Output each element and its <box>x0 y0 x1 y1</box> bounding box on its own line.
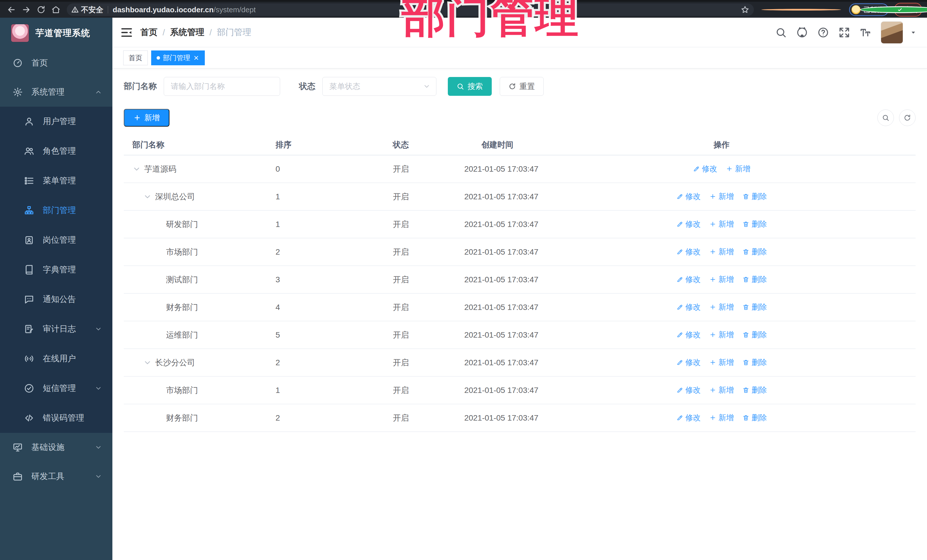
sidebar-item-部门管理[interactable]: 部门管理 <box>0 196 112 225</box>
refresh-button[interactable] <box>899 109 916 126</box>
row-action-edit[interactable]: 修改 <box>676 357 701 367</box>
hide-search-button[interactable] <box>877 109 894 126</box>
forward-icon[interactable] <box>20 3 32 16</box>
row-action-delete[interactable]: 删除 <box>742 302 767 312</box>
row-action-edit[interactable]: 修改 <box>676 247 701 257</box>
row-action-delete[interactable]: 删除 <box>742 219 767 229</box>
close-icon[interactable] <box>193 55 199 61</box>
sort-cell: 5 <box>258 321 377 349</box>
app-title: 芋道管理系统 <box>35 27 90 39</box>
fullscreen-icon[interactable] <box>839 27 850 38</box>
sidebar-item-审计日志[interactable]: 审计日志 <box>0 314 112 344</box>
sidebar-item-角色管理[interactable]: 角色管理 <box>0 136 112 166</box>
extension-orange-icon[interactable] <box>761 9 841 11</box>
expand-caret-icon[interactable] <box>143 358 152 367</box>
home-icon[interactable] <box>50 3 62 16</box>
reload-icon[interactable] <box>35 3 47 16</box>
sidebar-item-用户管理[interactable]: 用户管理 <box>0 107 112 136</box>
expand-caret-icon[interactable] <box>143 193 152 201</box>
row-action-add[interactable]: 新增 <box>710 247 734 257</box>
chevron-down-icon[interactable] <box>910 29 917 36</box>
chevron-up-icon <box>95 88 102 96</box>
back-icon[interactable] <box>5 3 18 16</box>
sort-cell: 1 <box>258 183 377 211</box>
extension-gem-icon[interactable] <box>846 5 855 14</box>
logo-image <box>11 24 29 42</box>
tag-部门管理[interactable]: 部门管理 <box>151 50 205 65</box>
fontsize-icon[interactable] <box>860 27 871 38</box>
sidebar-toggle-icon[interactable] <box>120 26 133 39</box>
sidebar-item-基础设施[interactable]: 基础设施 <box>0 433 112 462</box>
status-cell: 开启 <box>377 266 464 293</box>
spacer-cell <box>789 349 916 376</box>
breadcrumb-current: 部门管理 <box>217 27 251 38</box>
row-action-delete[interactable]: 删除 <box>742 413 767 423</box>
search-icon[interactable] <box>775 27 787 38</box>
status-select[interactable]: 菜单状态 <box>322 77 436 96</box>
sidebar-item-字典管理[interactable]: 字典管理 <box>0 255 112 285</box>
address-bar[interactable]: 不安全 dashboard.yudao.iocoder.cn/system/de… <box>67 3 754 16</box>
sidebar-item-通知公告[interactable]: 通知公告 <box>0 285 112 314</box>
col-header-sort: 排序 <box>258 135 377 155</box>
row-action-add[interactable]: 新增 <box>710 302 734 312</box>
bookmark-star-icon[interactable] <box>741 5 749 14</box>
app-logo[interactable]: 芋道管理系统 <box>0 18 112 49</box>
col-header-status: 状态 <box>377 135 464 155</box>
row-action-add[interactable]: 新增 <box>710 385 734 395</box>
active-dot <box>157 56 160 59</box>
expand-caret-icon[interactable] <box>132 165 141 173</box>
row-action-add[interactable]: 新增 <box>710 413 734 423</box>
row-action-add[interactable]: 新增 <box>726 164 751 174</box>
search-button[interactable]: 搜索 <box>448 77 492 96</box>
online-icon <box>24 354 34 364</box>
row-action-delete[interactable]: 删除 <box>742 274 767 285</box>
tags-view: 首页 部门管理 <box>112 47 927 68</box>
sidebar-item-首页[interactable]: 首页 <box>0 49 112 77</box>
spacer-cell <box>789 238 916 266</box>
row-action-edit[interactable]: 修改 <box>676 385 701 395</box>
row-action-add[interactable]: 新增 <box>710 191 734 202</box>
sidebar-item-短信管理[interactable]: 短信管理 <box>0 373 112 403</box>
row-action-edit[interactable]: 修改 <box>676 329 701 340</box>
security-warning[interactable]: 不安全 <box>71 5 103 15</box>
row-action-delete[interactable]: 删除 <box>742 357 767 367</box>
row-action-delete[interactable]: 删除 <box>742 191 767 202</box>
table-tools <box>877 109 916 126</box>
sidebar-item-系统管理[interactable]: 系统管理 <box>0 77 112 107</box>
row-action-add[interactable]: 新增 <box>710 357 734 367</box>
breadcrumb-system[interactable]: 系统管理 <box>170 27 204 38</box>
row-action-delete[interactable]: 删除 <box>742 329 767 340</box>
col-header-spacer <box>789 135 916 155</box>
github-icon[interactable] <box>796 27 808 38</box>
row-action-edit[interactable]: 修改 <box>676 191 701 202</box>
sidebar-item-菜单管理[interactable]: 菜单管理 <box>0 166 112 196</box>
row-action-delete[interactable]: 删除 <box>742 385 767 395</box>
breadcrumb-home[interactable]: 首页 <box>140 27 158 38</box>
breadcrumb-separator: / <box>163 28 165 37</box>
announce-icon <box>24 294 34 305</box>
row-action-edit[interactable]: 修改 <box>693 164 717 174</box>
user-avatar[interactable] <box>881 21 903 44</box>
sidebar-item-研发工具[interactable]: 研发工具 <box>0 462 112 491</box>
spacer-cell <box>789 293 916 321</box>
reset-button[interactable]: 重置 <box>500 77 544 96</box>
row-action-edit[interactable]: 修改 <box>676 413 701 423</box>
dept-name-input[interactable] <box>164 77 280 96</box>
question-icon[interactable] <box>818 27 829 38</box>
add-button[interactable]: 新增 <box>124 109 169 127</box>
sidebar-item-岗位管理[interactable]: 岗位管理 <box>0 225 112 255</box>
row-action-add[interactable]: 新增 <box>710 274 734 285</box>
row-action-add[interactable]: 新增 <box>710 219 734 229</box>
dept-name-cell: 长沙分公司 <box>124 349 258 376</box>
row-action-delete[interactable]: 删除 <box>742 247 767 257</box>
sidebar-item-在线用户[interactable]: 在线用户 <box>0 344 112 373</box>
row-action-add[interactable]: 新增 <box>710 329 734 340</box>
row-action-edit[interactable]: 修改 <box>676 274 701 285</box>
tag-首页[interactable]: 首页 <box>123 50 148 65</box>
created-cell: 2021-01-05 17:03:47 <box>464 211 654 238</box>
url-text[interactable]: dashboard.yudao.iocoder.cn/system/dept <box>112 5 255 14</box>
row-action-edit[interactable]: 修改 <box>676 219 701 229</box>
status-label: 状态 <box>299 81 316 92</box>
sidebar-item-错误码管理[interactable]: 错误码管理 <box>0 403 112 433</box>
row-action-edit[interactable]: 修改 <box>676 302 701 312</box>
